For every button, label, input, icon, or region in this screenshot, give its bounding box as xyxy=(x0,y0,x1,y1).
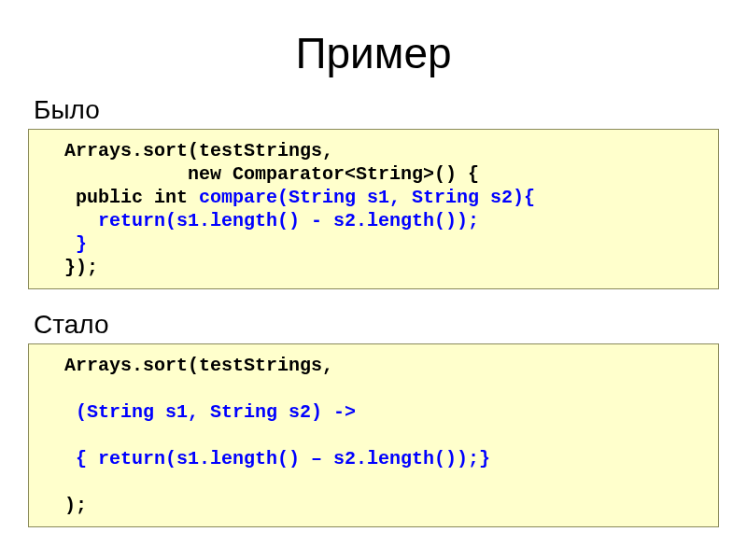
code-line: ); xyxy=(42,495,87,516)
section-after-label: Стало xyxy=(34,310,719,340)
code-line: Arrays.sort(testStrings, xyxy=(42,140,345,161)
slide-title: Пример xyxy=(28,28,719,78)
code-line: { return(s1.length() – s2.length());} xyxy=(42,448,490,469)
code-line: return(s1.length() - s2.length()); xyxy=(42,210,479,231)
code-line: }); xyxy=(42,257,98,278)
section-before-label: Было xyxy=(34,95,719,125)
slide: Пример Было Arrays.sort(testStrings, new… xyxy=(0,0,747,560)
code-line: } xyxy=(42,233,87,255)
code-line: new Comparator<String>() { xyxy=(42,163,479,185)
code-line: compare(String s1, String s2){ xyxy=(199,187,535,208)
code-line: (String s1, String s2) -> xyxy=(42,401,367,423)
code-block-after: Arrays.sort(testStrings, (String s1, Str… xyxy=(28,343,719,527)
code-line: public int xyxy=(42,187,199,208)
code-line: Arrays.sort(testStrings, xyxy=(42,355,333,376)
code-block-before: Arrays.sort(testStrings, new Comparator<… xyxy=(28,129,719,289)
